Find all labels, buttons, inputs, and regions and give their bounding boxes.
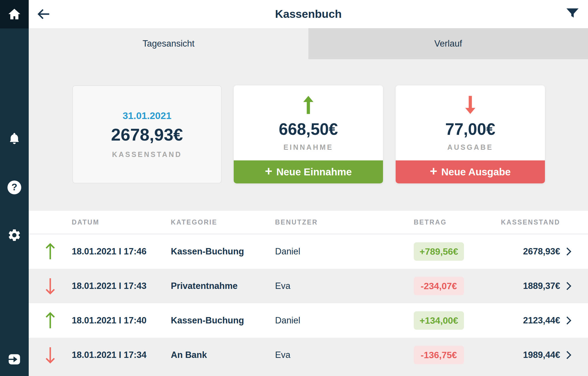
row-benutzer: Daniel [275,315,414,326]
help-icon: ? [7,181,21,194]
plus-icon: + [430,164,437,179]
table-row[interactable]: 18.01.2021 I 17:40 Kassen-Buchung Daniel… [29,303,588,338]
header: Kassenbuch [29,0,588,28]
app-root: ? Kassenbuch [0,0,588,376]
plus-icon: + [265,164,272,179]
logout-button[interactable] [0,351,29,367]
chevron-right-icon [563,281,574,291]
row-benutzer: Daniel [275,246,414,257]
income-card: 668,50€ EINNAHME + Neue Einnahme [234,85,383,183]
balance-amount: 2678,93€ [111,125,183,145]
chevron-right-icon [563,246,574,257]
expense-card: 77,00€ AUSGABE + Neue Ausgabe [396,85,545,183]
row-detail-button[interactable] [560,315,588,326]
new-expense-button-label: Neue Ausgabe [441,166,511,178]
col-header-datum: DATUM [72,218,171,226]
row-kassenstand: 1889,37€ [464,281,560,291]
table-row[interactable]: 18.01.2021 I 17:46 Kassen-Buchung Daniel… [29,234,588,269]
help-button[interactable]: ? [0,179,29,195]
arrow-up-icon [45,312,55,329]
summary-section: 31.01.2021 2678,93€ KASSENSTAND 668,50€ … [29,59,588,211]
arrow-down-icon [45,346,55,364]
new-expense-button[interactable]: + Neue Ausgabe [396,160,545,183]
expense-arrow-down-icon [463,94,478,116]
arrow-up-icon [45,243,55,260]
expense-label: AUSGABE [447,143,493,151]
logout-icon [7,352,22,367]
balance-label: KASSENSTAND [112,150,182,159]
expense-amount: 77,00€ [445,120,495,139]
sidebar: ? [0,0,29,376]
row-datum: 18.01.2021 I 17:34 [72,350,171,360]
row-datum: 18.01.2021 I 17:40 [72,315,171,326]
bell-icon [7,132,22,146]
col-header-kassenstand: KASSENSTAND [464,218,560,226]
table-row[interactable]: 18.01.2021 I 17:43 Privatentnahme Eva -2… [29,269,588,303]
chevron-right-icon [563,350,574,360]
row-kategorie: Privatentnahme [171,281,275,291]
home-icon [7,7,22,22]
tab-verlauf[interactable]: Verlauf [308,28,588,59]
row-datum: 18.01.2021 I 17:46 [72,246,171,257]
betrag-badge: -136,75€ [414,346,464,364]
notifications-button[interactable] [0,131,29,147]
arrow-down-icon [45,277,55,295]
filter-button[interactable] [563,5,582,23]
balance-date: 31.01.2021 [123,110,171,121]
row-kategorie: An Bank [171,350,275,360]
income-amount: 668,50€ [279,120,338,139]
row-benutzer: Eva [275,350,414,360]
betrag-badge: +789,56€ [414,242,464,261]
row-kassenstand: 1989,44€ [464,350,560,360]
tab-label: Tagesansicht [143,39,195,49]
new-income-button-label: Neue Einnahme [276,166,352,178]
settings-button[interactable] [0,227,29,243]
page-title: Kassenbuch [29,0,588,28]
row-kassenstand: 2678,93€ [464,246,560,257]
row-detail-button[interactable] [560,350,588,360]
transactions-table: DATUM KATEGORIE BENUTZER BETRAG KASSENST… [29,211,588,372]
row-benutzer: Eva [275,281,414,291]
row-detail-button[interactable] [560,281,588,291]
betrag-badge: -234,07€ [414,277,464,295]
income-label: EINNAHME [283,143,333,151]
tab-tagesansicht[interactable]: Tagesansicht [29,28,308,59]
col-header-betrag: BETRAG [414,218,464,226]
tab-label: Verlauf [434,39,462,49]
row-datum: 18.01.2021 I 17:43 [72,281,171,291]
chevron-right-icon [563,315,574,326]
row-kategorie: Kassen-Buchung [171,246,275,257]
balance-card: 31.01.2021 2678,93€ KASSENSTAND [72,85,222,183]
betrag-badge: +134,00€ [414,311,464,330]
gear-icon [7,228,22,242]
main-area: Kassenbuch Tagesansicht Verlauf 31.01.20… [29,0,588,376]
income-arrow-up-icon [301,94,316,116]
tab-bar: Tagesansicht Verlauf [29,28,588,59]
table-body: 18.01.2021 I 17:46 Kassen-Buchung Daniel… [29,234,588,372]
row-kategorie: Kassen-Buchung [171,315,275,326]
col-header-benutzer: BENUTZER [275,218,414,226]
table-header-row: DATUM KATEGORIE BENUTZER BETRAG KASSENST… [29,211,588,234]
col-header-kategorie: KATEGORIE [171,218,275,226]
row-kassenstand: 2123,44€ [464,315,560,326]
sidebar-home-button[interactable] [0,0,29,28]
row-detail-button[interactable] [560,246,588,257]
filter-icon [564,6,581,22]
table-row[interactable]: 18.01.2021 I 17:34 An Bank Eva -136,75€ … [29,338,588,372]
new-income-button[interactable]: + Neue Einnahme [234,160,383,183]
